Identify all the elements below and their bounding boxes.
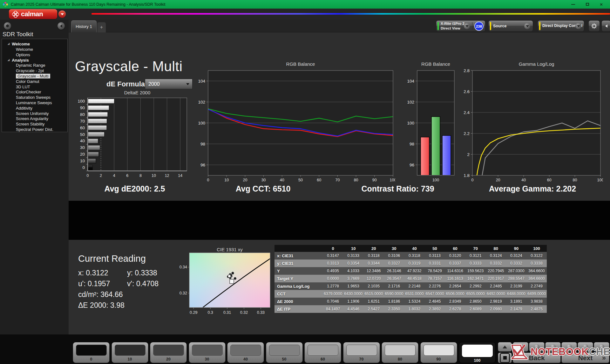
level-button-40[interactable]: 40 bbox=[227, 342, 264, 363]
level-button-100[interactable]: 100 bbox=[459, 342, 496, 363]
level-swatch bbox=[308, 345, 338, 356]
level-button-90[interactable]: 90 bbox=[420, 342, 457, 363]
table-row: ΔE 20000.70461.19061.62511.81861.53242.4… bbox=[274, 298, 547, 305]
sidebar-item-saturation-sweeps[interactable]: Saturation Sweeps bbox=[2, 95, 67, 100]
meter-dropdown[interactable]: X-Rite i1Pro 2 Direct View 238 bbox=[436, 20, 485, 32]
svg-text:102: 102 bbox=[407, 100, 414, 104]
workflow-tree: ◢WelcomeWelcomeOptions◢AnalysisDynamic R… bbox=[2, 39, 68, 132]
sidebar-item-screen-angularity[interactable]: Screen Angularity bbox=[2, 116, 67, 122]
add-tab-button[interactable]: + bbox=[97, 22, 106, 32]
table-cell: 116.1613 bbox=[445, 276, 465, 281]
tree-item-label: Spectral Power Dist. bbox=[16, 127, 53, 132]
gear-icon bbox=[591, 23, 597, 29]
sidebar-item-analysis[interactable]: ◢Analysis bbox=[2, 57, 67, 63]
sidebar-item-screen-uniformity[interactable]: Screen Uniformity bbox=[2, 111, 67, 116]
level-label: 100 bbox=[459, 358, 495, 363]
level-button-70[interactable]: 70 bbox=[343, 342, 380, 363]
table-cell: 2.6089 bbox=[465, 307, 486, 311]
sidebar-collapse-button[interactable] bbox=[58, 22, 65, 30]
table-cell: 1.8032 bbox=[404, 307, 424, 311]
table-row: ΔE ITP84.14974.45462.54272.33501.80322.3… bbox=[274, 305, 547, 313]
tree-expand-icon[interactable]: ◢ bbox=[8, 42, 10, 45]
svg-text:20: 20 bbox=[80, 152, 85, 157]
gamma-chart-title: Gamma Log/Log bbox=[472, 61, 600, 67]
maximize-icon[interactable] bbox=[586, 3, 589, 6]
table-cell: 12.0720 bbox=[363, 276, 384, 281]
calman-menu-button[interactable] bbox=[58, 10, 66, 18]
table-cell: 3.1891 bbox=[506, 299, 526, 304]
sidebar-item-dynamic-range[interactable]: Dynamic Range bbox=[2, 63, 67, 68]
average-gamma-stat: Average Gamma: 2.202 bbox=[469, 184, 596, 193]
table-column-header: 20 bbox=[363, 246, 384, 251]
record-dot-button[interactable] bbox=[4, 22, 11, 30]
collapse-panel-button[interactable] bbox=[601, 20, 610, 32]
table-cell: 0.7046 bbox=[323, 299, 343, 304]
table-cell: 0.3337 bbox=[445, 261, 465, 266]
svg-text:80: 80 bbox=[80, 112, 85, 117]
calman-logo-button[interactable]: calman bbox=[9, 9, 57, 19]
level-button-20[interactable]: 20 bbox=[150, 342, 187, 363]
table-cell: 6590.0000 bbox=[384, 292, 404, 296]
reading-luminance: cd/m²: 364.66 bbox=[78, 290, 123, 299]
level-button-10[interactable]: 10 bbox=[112, 342, 148, 363]
sidebar-item-color-gamut[interactable]: Color Gamut bbox=[2, 79, 67, 84]
sidebar-item-welcome[interactable]: Welcome bbox=[2, 47, 67, 52]
sidebar-item-grayscale-2pt[interactable]: Grayscale - 2pt bbox=[2, 68, 67, 73]
tab-label: History 1 bbox=[76, 24, 92, 29]
chevron-down-icon bbox=[464, 23, 470, 29]
svg-text:80: 80 bbox=[573, 178, 577, 182]
cie-1931-chart: 0.320.340.290.30.310.320.33 bbox=[172, 251, 273, 316]
meter-count-badge[interactable]: 238 bbox=[474, 22, 484, 31]
triangle-up-icon bbox=[503, 346, 507, 348]
avg-cct-stat: Avg CCT: 6510 bbox=[200, 184, 327, 193]
settings-button[interactable] bbox=[588, 20, 600, 32]
level-swatch bbox=[385, 345, 416, 356]
svg-text:10: 10 bbox=[80, 158, 85, 163]
minimize-icon[interactable] bbox=[571, 4, 575, 5]
sidebar-item-grayscale-multi[interactable]: Grayscale - Multi bbox=[2, 73, 67, 79]
level-button-50[interactable]: 50 bbox=[266, 342, 303, 363]
tree-section-label: Analysis bbox=[12, 58, 29, 63]
svg-text:0.34: 0.34 bbox=[180, 265, 187, 269]
level-button-30[interactable]: 30 bbox=[189, 342, 226, 363]
sidebar-item-luminance-sweeps[interactable]: Luminance Sweeps bbox=[2, 100, 67, 105]
sidebar-item-screen-stability[interactable]: Screen Stability bbox=[2, 121, 67, 127]
svg-text:90: 90 bbox=[372, 178, 377, 182]
table-row-label: Y bbox=[274, 269, 323, 273]
source-dropdown[interactable]: Source bbox=[488, 20, 533, 32]
window-title: Calman 2025 Calman Ultimate for Business… bbox=[11, 2, 166, 7]
svg-text:102: 102 bbox=[198, 100, 205, 104]
sidebar-item-welcome[interactable]: ◢Welcome bbox=[2, 41, 67, 47]
de-formula-label: dE Formula: bbox=[106, 80, 147, 88]
chevron-left-icon bbox=[60, 24, 62, 28]
de-formula-select[interactable]: 2000 bbox=[145, 79, 193, 89]
divider bbox=[472, 22, 472, 30]
table-cell: 26.3547 bbox=[384, 276, 404, 281]
tree-item-label: Welcome bbox=[16, 47, 33, 52]
table-cell: 1.1906 bbox=[343, 299, 363, 304]
grayscale-swatch-strip: Actual Target 0102030405060708090100 bbox=[69, 201, 610, 240]
table-row: CCT6379.00006430.00006515.00006590.00006… bbox=[274, 290, 547, 298]
svg-text:2: 2 bbox=[100, 173, 102, 178]
tree-expand-icon[interactable]: ◢ bbox=[8, 58, 10, 61]
sidebar-title: SDR Toolkit bbox=[3, 31, 33, 38]
display-control-dropdown[interactable]: Direct Display Control bbox=[538, 20, 584, 32]
table-cell: 26.3146 bbox=[384, 269, 404, 273]
sidebar-item-3d-lut[interactable]: 3D LUT bbox=[2, 84, 67, 90]
table-cell: 12.3486 bbox=[363, 269, 384, 273]
meter-mode: Direct View bbox=[441, 26, 464, 31]
sidebar-item-spectral-power-dist[interactable]: Spectral Power Dist. bbox=[2, 127, 67, 132]
level-button-0[interactable]: 0 bbox=[73, 342, 110, 363]
sidebar-item-colorchecker[interactable]: ColorChecker bbox=[2, 90, 67, 95]
table-column-header: 70 bbox=[465, 246, 486, 251]
table-cell: 0.3120 bbox=[445, 253, 465, 258]
sidebar-item-additivity[interactable]: Additivity bbox=[2, 105, 67, 111]
reading-x: x: 0.3122 bbox=[78, 269, 108, 277]
level-button-60[interactable]: 60 bbox=[304, 342, 341, 363]
level-button-80[interactable]: 80 bbox=[382, 342, 418, 363]
sidebar-item-options[interactable]: Options bbox=[2, 52, 67, 57]
tab-history-1[interactable]: History 1 bbox=[71, 20, 97, 32]
level-swatch bbox=[230, 345, 261, 356]
close-icon[interactable]: × bbox=[600, 2, 603, 7]
table-cell: 2.4875 bbox=[526, 307, 547, 311]
